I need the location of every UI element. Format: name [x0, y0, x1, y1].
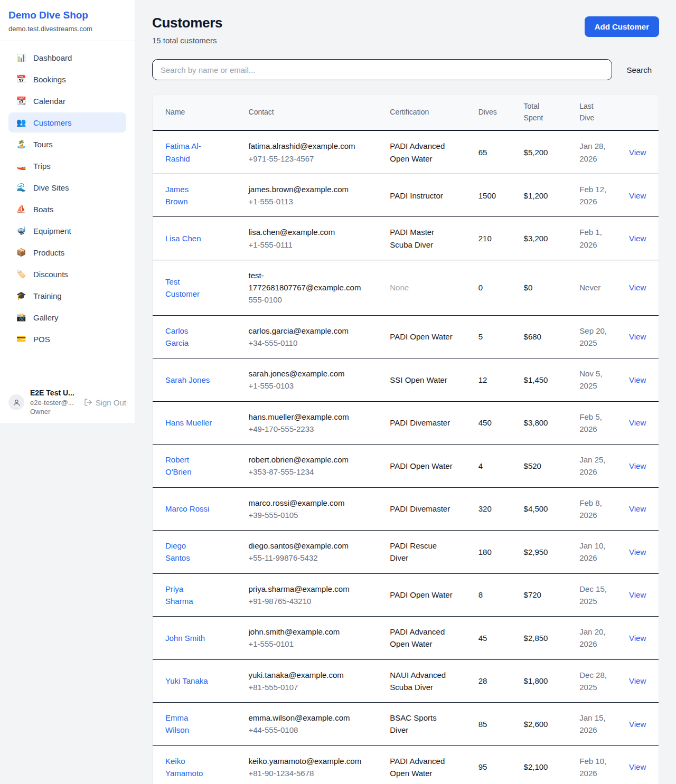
table-row: Priya Sharma priya.sharma@example.com +9… [153, 573, 659, 617]
user-section: E2E Test U... e2e-tester@... Owner Sign … [0, 382, 135, 423]
add-customer-button[interactable]: Add Customer [585, 16, 659, 37]
sidebar-item-label: Dashboard [33, 53, 72, 62]
view-link[interactable]: View [629, 418, 646, 427]
last-dive: Feb 10, 2026 [579, 755, 611, 780]
certification: PADI Divemaster [390, 417, 450, 429]
customer-phone: +91-98765-43210 [249, 595, 378, 607]
sidebar-item-discounts[interactable]: 🏷️ Discounts [8, 264, 126, 284]
customer-name-link[interactable]: Emma Wilson [165, 712, 213, 736]
customer-name-link[interactable]: James Brown [165, 183, 213, 208]
total-spent: $1,200 [518, 174, 574, 217]
customer-name-link[interactable]: Yuki Tanaka [165, 675, 208, 687]
sidebar-item-label: Discounts [33, 270, 68, 279]
certification: PADI Open Water [390, 460, 452, 472]
customer-count: 15 total customers [152, 36, 222, 45]
customer-email: robert.obrien@example.com [249, 454, 365, 466]
customer-name-link[interactable]: Lisa Chen [165, 232, 201, 244]
total-spent: $4,500 [518, 487, 574, 531]
last-dive: Feb 5, 2026 [579, 411, 611, 436]
search-button[interactable]: Search [626, 65, 652, 74]
customers-table-card: Name Contact Certification Dives Total S… [152, 94, 659, 784]
view-link[interactable]: View [629, 234, 646, 243]
view-link[interactable]: View [629, 590, 646, 599]
sidebar-item-gallery[interactable]: 📸 Gallery [8, 307, 126, 327]
last-dive: Feb 8, 2026 [579, 497, 611, 522]
dives-count: 65 [472, 130, 518, 174]
sidebar-item-pos[interactable]: 💳 POS [8, 329, 126, 349]
sign-out-label: Sign Out [96, 398, 126, 407]
last-dive: Jan 25, 2026 [579, 454, 611, 478]
view-link[interactable]: View [629, 676, 646, 685]
sidebar-item-label: Boats [33, 205, 53, 214]
view-link[interactable]: View [629, 504, 646, 513]
certification: PADI Advanced Open Water [390, 755, 454, 780]
sidebar-item-dashboard[interactable]: 📊 Dashboard [8, 48, 126, 68]
last-dive: Jan 28, 2026 [579, 140, 611, 165]
dives-count: 28 [472, 659, 518, 703]
sidebar-item-calendar[interactable]: 📆 Calendar [8, 91, 126, 111]
customer-name-link[interactable]: Carlos Garcia [165, 325, 213, 350]
view-link[interactable]: View [629, 762, 646, 771]
bookings-icon: 📅 [16, 74, 26, 84]
column-header-last-dive: Last Dive [573, 95, 623, 130]
sidebar-item-label: Trips [33, 162, 51, 171]
shop-name[interactable]: Demo Dive Shop [8, 10, 126, 21]
boats-icon: ⛵ [16, 204, 26, 214]
customer-name-link[interactable]: Hans Mueller [165, 417, 212, 429]
sidebar-item-boats[interactable]: ⛵ Boats [8, 199, 126, 219]
discounts-icon: 🏷️ [16, 269, 26, 279]
trips-icon: 🚤 [16, 161, 26, 171]
sign-out-button[interactable]: Sign Out [84, 398, 126, 407]
view-link[interactable]: View [629, 283, 646, 292]
customer-name-link[interactable]: Diego Santos [165, 540, 213, 564]
customer-name-link[interactable]: Sarah Jones [165, 374, 210, 386]
sidebar-item-label: Tours [33, 140, 53, 149]
sidebar-item-products[interactable]: 📦 Products [8, 242, 126, 262]
column-header-name: Name [153, 95, 242, 130]
view-link[interactable]: View [629, 332, 646, 341]
customer-phone: +1-555-0111 [249, 239, 378, 251]
view-link[interactable]: View [629, 634, 646, 643]
customer-name-link[interactable]: Marco Rossi [165, 503, 209, 515]
user-info: E2E Test U... e2e-tester@... Owner [30, 389, 78, 417]
total-spent: $680 [518, 315, 574, 358]
customer-name-link[interactable]: Priya Sharma [165, 583, 213, 608]
customer-phone: 555-0100 [249, 294, 378, 306]
sidebar-item-label: Customers [33, 118, 72, 127]
user-email: e2e-tester@... [30, 398, 78, 408]
dives-count: 5 [472, 315, 518, 358]
certification: PADI Divemaster [390, 503, 450, 515]
view-link[interactable]: View [629, 375, 646, 384]
customer-email: yuki.tanaka@example.com [249, 669, 365, 681]
customer-email: james.brown@example.com [249, 183, 365, 195]
view-link[interactable]: View [629, 720, 646, 729]
table-row: Diego Santos diego.santos@example.com +5… [153, 531, 659, 574]
customer-name-link[interactable]: Keiko Yamamoto [165, 755, 213, 780]
dives-count: 12 [472, 358, 518, 402]
sidebar-item-bookings[interactable]: 📅 Bookings [8, 69, 126, 89]
sidebar-item-dive-sites[interactable]: 🌊 Dive Sites [8, 177, 126, 197]
customer-email: priya.sharma@example.com [249, 583, 365, 595]
view-link[interactable]: View [629, 461, 646, 470]
sidebar-item-label: Calendar [33, 97, 65, 106]
sidebar-item-equipment[interactable]: 🤿 Equipment [8, 221, 126, 241]
customer-email: keiko.yamamoto@example.com [249, 755, 365, 767]
sidebar-item-trips[interactable]: 🚤 Trips [8, 156, 126, 176]
customer-name-link[interactable]: Test Customer [165, 276, 213, 300]
table-row: Keiko Yamamoto keiko.yamamoto@example.co… [153, 745, 659, 784]
view-link[interactable]: View [629, 148, 646, 157]
view-link[interactable]: View [629, 191, 646, 200]
view-link[interactable]: View [629, 547, 646, 556]
last-dive: Nov 5, 2025 [579, 367, 611, 392]
customer-name-link[interactable]: Fatima Al-Rashid [165, 140, 213, 165]
sidebar-item-customers[interactable]: 👥 Customers [8, 112, 126, 133]
sidebar-item-tours[interactable]: 🏝️ Tours [8, 134, 126, 154]
dives-count: 45 [472, 617, 518, 660]
sidebar-item-training[interactable]: 🎓 Training [8, 286, 126, 306]
search-input[interactable] [152, 59, 612, 80]
customer-phone: +1-555-0103 [249, 380, 378, 392]
table-row: Yuki Tanaka yuki.tanaka@example.com +81-… [153, 659, 659, 703]
customer-name-link[interactable]: Robert O'Brien [165, 454, 213, 478]
customer-name-link[interactable]: John Smith [165, 632, 205, 644]
shop-domain: demo.test.divestreams.com [8, 25, 126, 33]
